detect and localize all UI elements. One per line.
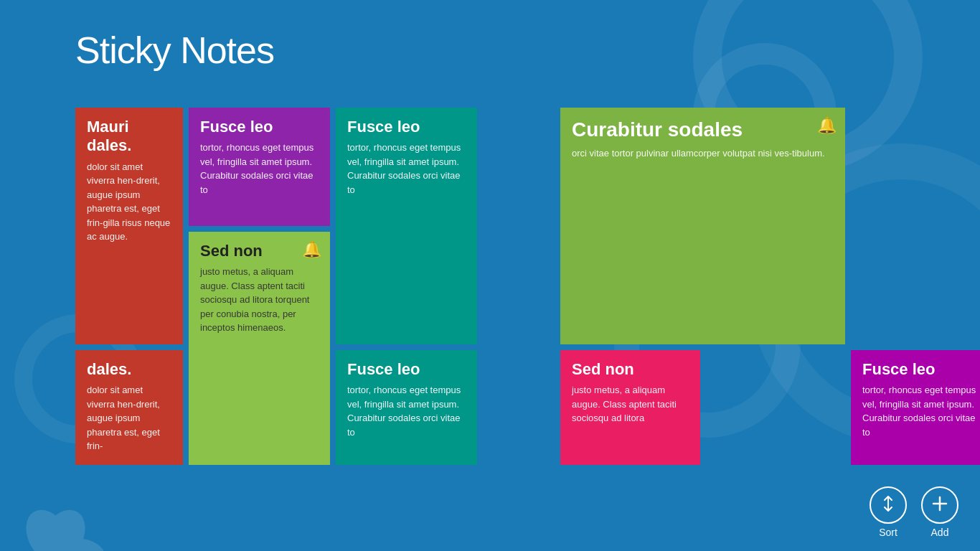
note-4[interactable]: Fusce leo tortor, rhoncus eget tempus ve…	[336, 108, 477, 344]
note-3-body: justo metus, a aliquam augue. Class apte…	[200, 265, 319, 335]
note-3-bell: 🔔	[302, 240, 321, 259]
note-8-title: Sed non	[572, 360, 689, 379]
note-7-bell: 🔔	[817, 116, 837, 135]
note-4-title: Fusce leo	[347, 118, 466, 136]
notes-column-2: Fusce leo tortor, rhoncus eget tempus ve…	[189, 108, 330, 465]
note-3-title: Sed non	[200, 242, 319, 260]
note-7-body: orci vitae tortor pulvinar ullamcorper v…	[572, 146, 834, 161]
note-5-body: tortor, rhoncus eget tempus vel, fringil…	[347, 383, 466, 439]
note-2-body: tortor, rhoncus eget tempus vel, fringil…	[200, 141, 319, 197]
add-button[interactable]: Add	[921, 486, 958, 538]
note-6-title: dales.	[87, 360, 171, 379]
add-button-circle	[921, 486, 958, 524]
notes-container: Mauri dales. dolor sit amet viverra hen-…	[75, 108, 980, 465]
note-7[interactable]: 🔔 Curabitur sodales orci vitae tortor pu…	[560, 108, 845, 344]
note-5[interactable]: Fusce leo tortor, rhoncus eget tempus ve…	[336, 350, 477, 465]
bottom-toolbar: Sort Add	[848, 474, 980, 551]
sort-button[interactable]: Sort	[870, 486, 907, 538]
notes-column-5: Fusce leo tortor, rhoncus eget tempus ve…	[851, 350, 980, 465]
notes-column-3: Fusce leo tortor, rhoncus eget tempus ve…	[336, 108, 477, 465]
note-2[interactable]: Fusce leo tortor, rhoncus eget tempus ve…	[189, 108, 330, 226]
gap-spacer	[483, 108, 555, 465]
note-1-body: dolor sit amet viverra hen-drerit, augue…	[87, 160, 171, 244]
note-3[interactable]: 🔔 Sed non justo metus, a aliquam augue. …	[189, 232, 330, 465]
notes-column-1: Mauri dales. dolor sit amet viverra hen-…	[75, 108, 183, 465]
sort-icon	[879, 494, 897, 516]
add-icon	[930, 494, 949, 517]
note-1[interactable]: Mauri dales. dolor sit amet viverra hen-…	[75, 108, 183, 344]
note-9[interactable]: Fusce leo tortor, rhoncus eget tempus ve…	[851, 350, 980, 465]
add-label: Add	[931, 527, 949, 538]
note-6[interactable]: dales. dolor sit amet viverra hen-drerit…	[75, 350, 183, 465]
notes-column-4: 🔔 Curabitur sodales orci vitae tortor pu…	[560, 108, 845, 465]
note-4-body: tortor, rhoncus eget tempus vel, fringil…	[347, 141, 466, 197]
page-title: Sticky Notes	[75, 29, 274, 72]
note-8[interactable]: Sed non justo metus, a aliquam augue. Cl…	[560, 350, 700, 465]
note-7-title: Curabitur sodales	[572, 118, 834, 142]
sort-button-circle	[870, 486, 907, 524]
note-9-body: tortor, rhoncus eget tempus vel, fringil…	[862, 383, 980, 439]
note-8-body: justo metus, a aliquam augue. Class apte…	[572, 383, 689, 425]
note-5-title: Fusce leo	[347, 360, 466, 379]
note-1-title: Mauri dales.	[87, 118, 171, 156]
note-9-title: Fusce leo	[862, 360, 980, 379]
note-2-title: Fusce leo	[200, 118, 319, 136]
sort-label: Sort	[879, 527, 897, 538]
note-6-body: dolor sit amet viverra hen-drerit, augue…	[87, 383, 171, 453]
